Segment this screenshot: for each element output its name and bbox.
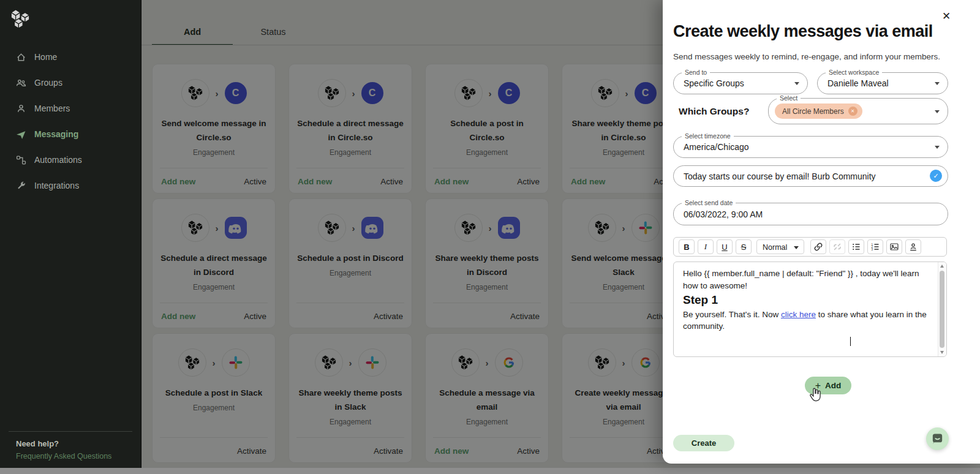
editor-heading: Step 1 xyxy=(683,292,937,309)
sidebar-item-label: Integrations xyxy=(34,181,79,190)
editor-content[interactable]: Hello {{ member.full_name | default: "Fr… xyxy=(674,262,938,356)
unlink-button[interactable] xyxy=(829,239,845,254)
close-icon[interactable]: ✕ xyxy=(938,9,954,24)
field-value: 06/03/2022, 9:00 AM xyxy=(684,209,763,219)
field-label: Select workspace xyxy=(826,69,882,76)
field-value: Danielle Maveal xyxy=(827,78,889,88)
add-button-label: Add xyxy=(825,381,841,390)
text-cursor xyxy=(850,337,851,346)
subject-value: Today starts our course by email! Burb C… xyxy=(684,171,876,181)
send-to-select[interactable]: Send to Specific Groups xyxy=(673,72,808,94)
underline-button[interactable]: U xyxy=(717,239,733,254)
bullet-list-button[interactable] xyxy=(848,239,864,254)
chevron-down-icon xyxy=(794,82,799,85)
need-help-label: Need help? xyxy=(0,439,141,448)
click-here-link[interactable]: click here xyxy=(781,310,816,319)
chevron-down-icon xyxy=(935,146,940,149)
subject-input[interactable]: Today starts our course by email! Burb C… xyxy=(673,165,948,187)
timezone-select[interactable]: Select timezone America/Chicago xyxy=(673,136,948,158)
svg-text:3: 3 xyxy=(872,248,873,251)
faq-link[interactable]: Frequently Asked Questions xyxy=(0,452,141,461)
paragraph-style-select[interactable]: Normal xyxy=(756,239,804,254)
sidebar-nav: Home Groups Members Messaging Au xyxy=(0,44,141,198)
burb-logo-icon[interactable] xyxy=(9,7,32,31)
sidebar-item-label: Messaging xyxy=(34,129,78,139)
field-label: Select send date xyxy=(682,199,736,206)
burb-app: Home Groups Members Messaging Au xyxy=(0,0,980,474)
field-value: America/Chicago xyxy=(684,142,749,152)
editor-body[interactable]: Hello {{ member.full_name | default: "Fr… xyxy=(673,261,947,357)
strikethrough-button[interactable]: S xyxy=(736,239,752,254)
sidebar-item-automations[interactable]: Automations xyxy=(0,147,141,173)
editor-paragraph: Be yourself. That's it. Now click here t… xyxy=(683,309,937,333)
link-button[interactable] xyxy=(810,239,826,254)
create-button[interactable]: Create xyxy=(673,435,734,451)
editor-scrollbar[interactable] xyxy=(938,262,946,356)
field-label: Select timezone xyxy=(682,132,734,140)
valid-check-icon: ✓ xyxy=(930,170,942,182)
divider xyxy=(9,431,132,432)
member-icon xyxy=(16,103,26,114)
home-icon xyxy=(16,52,26,62)
sidebar-item-groups[interactable]: Groups xyxy=(0,70,141,96)
ordered-list-button[interactable]: 123 xyxy=(867,239,883,254)
create-weekly-messages-drawer: ✕ Create weekly messages via email Send … xyxy=(663,0,980,464)
italic-button[interactable]: I xyxy=(698,239,714,254)
which-groups-label: Which Groups? xyxy=(679,106,749,117)
field-label: Send to xyxy=(682,69,710,76)
merge-tag-person-button[interactable] xyxy=(905,239,921,254)
image-button[interactable] xyxy=(886,239,902,254)
automation-nodes-icon xyxy=(16,155,26,165)
horizontal-scrollbar[interactable] xyxy=(0,468,980,474)
scroll-up-icon[interactable] xyxy=(940,265,944,268)
send-date-input[interactable]: Select send date 06/03/2022, 9:00 AM xyxy=(673,203,948,225)
chip-remove-icon[interactable]: ✕ xyxy=(848,107,858,116)
group-chip-label: All Circle Members xyxy=(782,107,844,116)
sidebar-item-home[interactable]: Home xyxy=(0,44,141,70)
scroll-down-icon[interactable] xyxy=(940,351,944,354)
editor-paragraph: Hello {{ member.full_name | default: "Fr… xyxy=(683,268,937,292)
sidebar-help: Need help? Frequently Asked Questions xyxy=(0,431,141,461)
send-icon xyxy=(16,129,26,140)
chevron-down-icon xyxy=(794,246,799,249)
sidebar-item-label: Home xyxy=(34,52,57,62)
group-chip[interactable]: All Circle Members ✕ xyxy=(775,103,862,119)
wrench-icon xyxy=(16,181,26,191)
chevron-down-icon xyxy=(935,110,940,113)
field-value: Specific Groups xyxy=(684,78,744,88)
sidebar-item-integrations[interactable]: Integrations xyxy=(0,173,141,198)
drawer-title: Create weekly messages via email xyxy=(673,22,933,41)
sidebar-item-label: Automations xyxy=(34,155,82,165)
sidebar-item-messaging[interactable]: Messaging xyxy=(0,121,141,147)
chat-launcher[interactable] xyxy=(926,427,949,450)
drawer-subtitle: Send messages weekly to remind, re-engag… xyxy=(673,52,940,61)
workspace-select[interactable]: Select workspace Danielle Maveal xyxy=(817,72,948,94)
chevron-down-icon xyxy=(935,82,940,85)
groups-icon xyxy=(16,78,26,88)
bold-button[interactable]: B xyxy=(679,239,695,254)
paragraph-style-value: Normal xyxy=(763,243,787,252)
scrollbar-thumb[interactable] xyxy=(940,271,944,348)
field-label: Select xyxy=(777,94,801,102)
groups-select[interactable]: Select All Circle Members ✕ xyxy=(768,98,948,124)
editor-text: Be yourself. That's it. Now xyxy=(683,310,781,319)
editor-toolbar: B I U S Normal 123 xyxy=(673,237,947,257)
sidebar: Home Groups Members Messaging Au xyxy=(0,0,141,474)
sidebar-item-members[interactable]: Members xyxy=(0,96,141,121)
chat-bubble-icon xyxy=(930,432,944,446)
mouse-cursor-pointer xyxy=(809,388,821,405)
sidebar-item-label: Groups xyxy=(34,78,62,88)
sidebar-item-label: Members xyxy=(34,103,70,113)
